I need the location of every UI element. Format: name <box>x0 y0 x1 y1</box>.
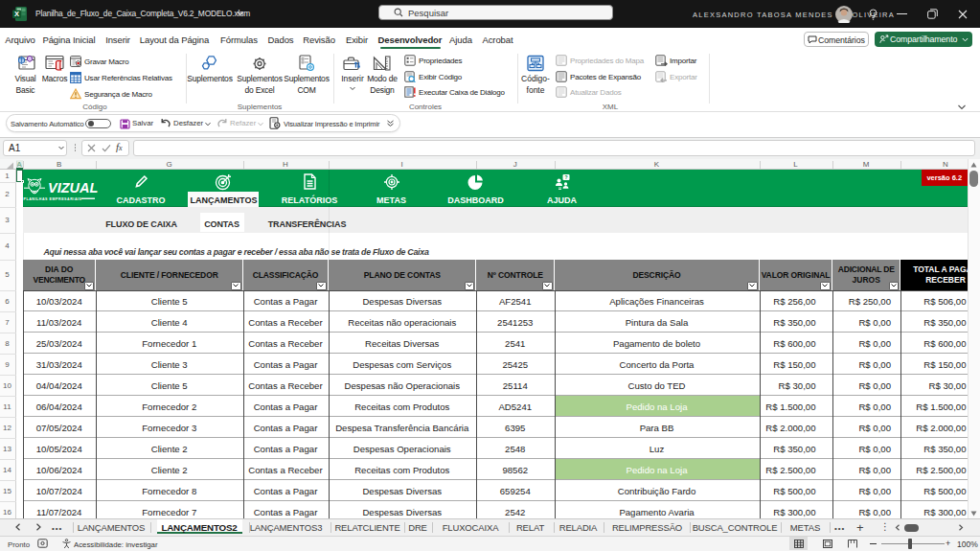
svg-text:X: X <box>14 10 19 18</box>
svg-text:PLANILHAS EMPRESARIAIS: PLANILHAS EMPRESARIAIS <box>24 197 82 201</box>
svg-text:VIZUAL: VIZUAL <box>48 180 98 195</box>
